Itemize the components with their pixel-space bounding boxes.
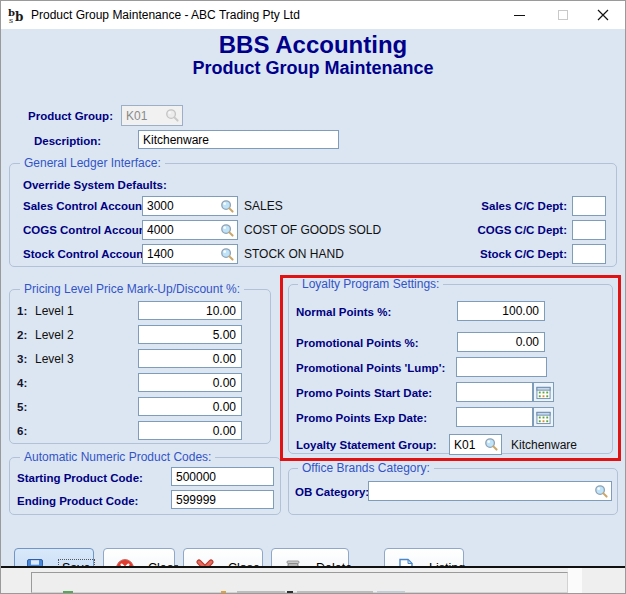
pricing-level-3-field[interactable] [138, 349, 242, 368]
titlebar: b s b Product Group Maintenance - ABC Tr… [1, 1, 625, 29]
pricing-level-5-field[interactable] [138, 397, 242, 416]
cogs-account-lookup-icon[interactable] [220, 223, 235, 238]
cogs-control-account-field[interactable] [142, 220, 238, 240]
ending-product-code-label: Ending Product Code: [17, 491, 138, 511]
maximize-button[interactable] [545, 1, 581, 29]
loyalty-statement-group-input[interactable] [450, 435, 484, 454]
product-group-maintenance-window: b s b Product Group Maintenance - ABC Tr… [0, 0, 626, 594]
starting-product-code-label: Starting Product Code: [17, 468, 143, 488]
close-window-icon[interactable] [585, 1, 621, 29]
window-title: Product Group Maintenance - ABC Trading … [31, 1, 300, 29]
pricing-level-5-input[interactable] [139, 398, 241, 415]
stock-control-account-label: Stock Control Account: [23, 244, 151, 264]
loyalty-statement-group-label: Loyalty Statement Group: [296, 435, 437, 455]
pricing-level-name: Level 1 [35, 301, 74, 321]
status-area [1, 568, 626, 594]
product-group-input [122, 106, 165, 125]
sales-control-account-input[interactable] [143, 197, 220, 215]
calendar-icon [536, 410, 551, 425]
promo-start-date-picker-button[interactable] [533, 382, 554, 402]
sales-account-name: SALES [244, 196, 283, 216]
sales-account-lookup-icon[interactable] [220, 199, 235, 214]
ending-product-code-field[interactable] [171, 490, 274, 509]
pricing-level-6-input[interactable] [139, 422, 241, 439]
statement-group-description: Kitchenware [511, 435, 577, 455]
status-corner [568, 568, 582, 594]
status-panel [31, 572, 568, 593]
calendar-icon [536, 385, 551, 400]
cogs-cc-dept-field[interactable] [572, 220, 606, 240]
gl-interface-legend: General Ledger Interface: [20, 156, 165, 170]
stock-cc-dept-input[interactable] [573, 245, 605, 263]
sales-cc-dept-field[interactable] [572, 196, 606, 216]
sales-cc-dept-label: Sales C/C Dept: [431, 196, 567, 216]
promo-exp-date-field[interactable] [456, 407, 533, 427]
stock-account-lookup-icon[interactable] [220, 247, 235, 262]
pricing-level-name: Level 2 [35, 325, 74, 345]
pricing-level-6-field[interactable] [138, 421, 242, 440]
product-group-field [121, 105, 183, 126]
promo-points-input[interactable] [458, 333, 544, 351]
ob-category-field[interactable] [368, 481, 612, 501]
starting-product-code-field[interactable] [171, 467, 274, 486]
starting-product-code-input[interactable] [172, 468, 273, 485]
loyalty-statement-group-field[interactable] [449, 434, 502, 455]
loyalty-legend: Loyalty Program Settings: [298, 277, 443, 291]
product-group-lookup-icon [165, 108, 180, 123]
promo-lump-field[interactable] [456, 357, 547, 377]
stock-cc-dept-field[interactable] [572, 244, 606, 264]
app-logo-icon: b s b [8, 7, 25, 24]
ob-category-legend: Office Brands Category: [298, 461, 434, 475]
pricing-level-4-input[interactable] [139, 374, 241, 391]
promo-exp-date-label: Promo Points Exp Date: [296, 408, 427, 428]
product-group-label: Product Group: [28, 106, 113, 126]
pricing-level-num: 1: [17, 301, 27, 321]
statement-group-lookup-icon[interactable] [484, 437, 499, 452]
cogs-cc-dept-input[interactable] [573, 221, 605, 239]
pricing-level-3-input[interactable] [139, 350, 241, 367]
promo-exp-date-input[interactable] [457, 408, 532, 426]
description-label: Description: [34, 131, 101, 151]
sales-control-account-label: Sales Control Account: [23, 196, 150, 216]
minimize-button[interactable] [501, 1, 537, 29]
stock-control-account-input[interactable] [143, 245, 220, 263]
ob-category-label: OB Category: [295, 482, 369, 502]
stock-control-account-field[interactable] [142, 244, 238, 264]
promo-points-field[interactable] [457, 332, 545, 352]
ob-category-input[interactable] [369, 482, 594, 500]
dialog-content: BBS Accounting Product Group Maintenance… [1, 29, 625, 566]
ob-category-lookup-icon[interactable] [594, 484, 609, 499]
pricing-level-1-input[interactable] [139, 302, 241, 319]
pricing-level-name: Level 3 [35, 349, 74, 369]
description-field[interactable] [138, 130, 339, 149]
pricing-level-num: 3: [17, 349, 27, 369]
pricing-level-num: 4: [17, 373, 27, 393]
sales-control-account-field[interactable] [142, 196, 238, 216]
cogs-control-account-label: COGS Control Account: [23, 220, 154, 240]
pricing-level-4-field[interactable] [138, 373, 242, 392]
promo-lump-input[interactable] [457, 358, 546, 376]
stock-cc-dept-label: Stock C/C Dept: [431, 244, 567, 264]
promo-lump-label: Promotional Points 'Lump': [296, 358, 445, 378]
pricing-level-2-field[interactable] [138, 325, 242, 344]
normal-points-input[interactable] [458, 302, 544, 320]
promo-exp-date-picker-button[interactable] [533, 407, 554, 427]
pricing-levels-legend: Pricing Level Price Mark-Up/Discount %: [20, 282, 244, 296]
promo-start-date-input[interactable] [457, 383, 532, 401]
normal-points-label: Normal Points %: [296, 302, 391, 322]
pricing-level-2-input[interactable] [139, 326, 241, 343]
normal-points-field[interactable] [457, 301, 545, 321]
svg-text:s: s [9, 16, 13, 24]
cogs-control-account-input[interactable] [143, 221, 220, 239]
pricing-level-num: 6: [17, 421, 27, 441]
pricing-level-num: 2: [17, 325, 27, 345]
svg-text:b: b [15, 10, 23, 24]
pricing-level-1-field[interactable] [138, 301, 242, 320]
ending-product-code-input[interactable] [172, 491, 273, 508]
screen-title: Product Group Maintenance [1, 58, 625, 79]
override-defaults-label: Override System Defaults: [23, 175, 167, 195]
description-input[interactable] [139, 131, 338, 148]
sales-cc-dept-input[interactable] [573, 197, 605, 215]
promo-points-label: Promotional Points %: [296, 333, 419, 353]
promo-start-date-field[interactable] [456, 382, 533, 402]
